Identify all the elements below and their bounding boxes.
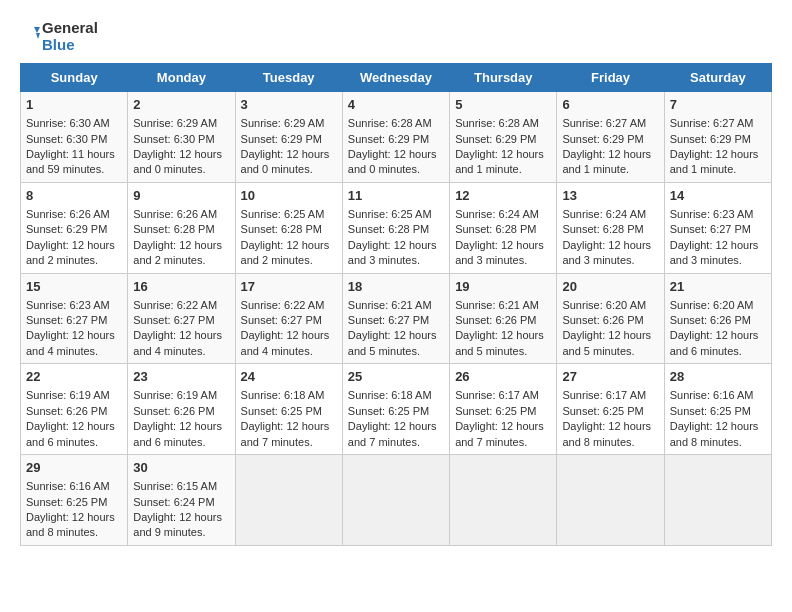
day-cell-27: 27Sunrise: 6:17 AMSunset: 6:25 PMDayligh…: [557, 364, 664, 455]
daylight-text: Daylight: 12 hours and 5 minutes.: [562, 329, 651, 356]
day-cell-6: 6Sunrise: 6:27 AMSunset: 6:29 PMDaylight…: [557, 92, 664, 183]
day-cell-29: 29Sunrise: 6:16 AMSunset: 6:25 PMDayligh…: [21, 455, 128, 546]
day-number: 10: [241, 187, 337, 205]
sunset-text: Sunset: 6:25 PM: [455, 405, 536, 417]
sunset-text: Sunset: 6:28 PM: [133, 223, 214, 235]
sunset-text: Sunset: 6:29 PM: [562, 133, 643, 145]
sunrise-text: Sunrise: 6:25 AM: [348, 208, 432, 220]
calendar-row-4: 29Sunrise: 6:16 AMSunset: 6:25 PMDayligh…: [21, 455, 772, 546]
sunrise-text: Sunrise: 6:22 AM: [133, 299, 217, 311]
day-number: 1: [26, 96, 122, 114]
daylight-text: Daylight: 12 hours and 6 minutes.: [670, 329, 759, 356]
day-cell-4: 4Sunrise: 6:28 AMSunset: 6:29 PMDaylight…: [342, 92, 449, 183]
day-cell-13: 13Sunrise: 6:24 AMSunset: 6:28 PMDayligh…: [557, 182, 664, 273]
day-number: 5: [455, 96, 551, 114]
daylight-text: Daylight: 12 hours and 3 minutes.: [670, 239, 759, 266]
sunrise-text: Sunrise: 6:20 AM: [562, 299, 646, 311]
day-cell-17: 17Sunrise: 6:22 AMSunset: 6:27 PMDayligh…: [235, 273, 342, 364]
empty-cell: [450, 455, 557, 546]
day-number: 19: [455, 278, 551, 296]
sunrise-text: Sunrise: 6:27 AM: [562, 117, 646, 129]
day-cell-9: 9Sunrise: 6:26 AMSunset: 6:28 PMDaylight…: [128, 182, 235, 273]
day-number: 30: [133, 459, 229, 477]
sunset-text: Sunset: 6:26 PM: [562, 314, 643, 326]
daylight-text: Daylight: 12 hours and 5 minutes.: [455, 329, 544, 356]
daylight-text: Daylight: 12 hours and 8 minutes.: [562, 420, 651, 447]
sunset-text: Sunset: 6:29 PM: [670, 133, 751, 145]
day-number: 26: [455, 368, 551, 386]
sunset-text: Sunset: 6:26 PM: [670, 314, 751, 326]
day-number: 9: [133, 187, 229, 205]
col-header-wednesday: Wednesday: [342, 64, 449, 92]
day-cell-23: 23Sunrise: 6:19 AMSunset: 6:26 PMDayligh…: [128, 364, 235, 455]
day-number: 24: [241, 368, 337, 386]
col-header-friday: Friday: [557, 64, 664, 92]
svg-marker-0: [34, 27, 40, 33]
daylight-text: Daylight: 12 hours and 7 minutes.: [455, 420, 544, 447]
sunrise-text: Sunrise: 6:16 AM: [670, 389, 754, 401]
day-cell-21: 21Sunrise: 6:20 AMSunset: 6:26 PMDayligh…: [664, 273, 771, 364]
day-cell-11: 11Sunrise: 6:25 AMSunset: 6:28 PMDayligh…: [342, 182, 449, 273]
calendar-row-3: 22Sunrise: 6:19 AMSunset: 6:26 PMDayligh…: [21, 364, 772, 455]
empty-cell: [235, 455, 342, 546]
sunrise-text: Sunrise: 6:15 AM: [133, 480, 217, 492]
sunrise-text: Sunrise: 6:23 AM: [670, 208, 754, 220]
day-number: 11: [348, 187, 444, 205]
day-cell-25: 25Sunrise: 6:18 AMSunset: 6:25 PMDayligh…: [342, 364, 449, 455]
day-cell-26: 26Sunrise: 6:17 AMSunset: 6:25 PMDayligh…: [450, 364, 557, 455]
calendar-row-0: 1Sunrise: 6:30 AMSunset: 6:30 PMDaylight…: [21, 92, 772, 183]
day-cell-2: 2Sunrise: 6:29 AMSunset: 6:30 PMDaylight…: [128, 92, 235, 183]
daylight-text: Daylight: 12 hours and 1 minute.: [455, 148, 544, 175]
daylight-text: Daylight: 12 hours and 0 minutes.: [348, 148, 437, 175]
daylight-text: Daylight: 12 hours and 7 minutes.: [241, 420, 330, 447]
sunset-text: Sunset: 6:25 PM: [670, 405, 751, 417]
sunrise-text: Sunrise: 6:18 AM: [241, 389, 325, 401]
day-number: 7: [670, 96, 766, 114]
day-cell-19: 19Sunrise: 6:21 AMSunset: 6:26 PMDayligh…: [450, 273, 557, 364]
sunset-text: Sunset: 6:27 PM: [133, 314, 214, 326]
sunrise-text: Sunrise: 6:29 AM: [241, 117, 325, 129]
calendar-table: SundayMondayTuesdayWednesdayThursdayFrid…: [20, 63, 772, 546]
day-number: 22: [26, 368, 122, 386]
day-number: 6: [562, 96, 658, 114]
daylight-text: Daylight: 12 hours and 3 minutes.: [348, 239, 437, 266]
day-number: 21: [670, 278, 766, 296]
svg-marker-1: [36, 33, 40, 39]
daylight-text: Daylight: 12 hours and 6 minutes.: [26, 420, 115, 447]
logo-block: General Blue: [20, 20, 98, 53]
sunrise-text: Sunrise: 6:17 AM: [562, 389, 646, 401]
daylight-text: Daylight: 12 hours and 1 minute.: [562, 148, 651, 175]
sunset-text: Sunset: 6:28 PM: [241, 223, 322, 235]
daylight-text: Daylight: 12 hours and 2 minutes.: [133, 239, 222, 266]
sunset-text: Sunset: 6:27 PM: [348, 314, 429, 326]
sunset-text: Sunset: 6:25 PM: [26, 496, 107, 508]
sunrise-text: Sunrise: 6:19 AM: [133, 389, 217, 401]
sunset-text: Sunset: 6:25 PM: [241, 405, 322, 417]
sunrise-text: Sunrise: 6:16 AM: [26, 480, 110, 492]
day-cell-7: 7Sunrise: 6:27 AMSunset: 6:29 PMDaylight…: [664, 92, 771, 183]
empty-cell: [664, 455, 771, 546]
daylight-text: Daylight: 12 hours and 9 minutes.: [133, 511, 222, 538]
day-cell-16: 16Sunrise: 6:22 AMSunset: 6:27 PMDayligh…: [128, 273, 235, 364]
daylight-text: Daylight: 12 hours and 8 minutes.: [670, 420, 759, 447]
sunset-text: Sunset: 6:26 PM: [455, 314, 536, 326]
day-number: 8: [26, 187, 122, 205]
calendar-row-1: 8Sunrise: 6:26 AMSunset: 6:29 PMDaylight…: [21, 182, 772, 273]
sunrise-text: Sunrise: 6:23 AM: [26, 299, 110, 311]
day-number: 14: [670, 187, 766, 205]
day-number: 20: [562, 278, 658, 296]
daylight-text: Daylight: 12 hours and 0 minutes.: [133, 148, 222, 175]
sunrise-text: Sunrise: 6:20 AM: [670, 299, 754, 311]
page-header: General Blue: [20, 20, 772, 53]
sunset-text: Sunset: 6:29 PM: [348, 133, 429, 145]
sunrise-text: Sunrise: 6:27 AM: [670, 117, 754, 129]
daylight-text: Daylight: 12 hours and 8 minutes.: [26, 511, 115, 538]
daylight-text: Daylight: 12 hours and 4 minutes.: [241, 329, 330, 356]
day-cell-12: 12Sunrise: 6:24 AMSunset: 6:28 PMDayligh…: [450, 182, 557, 273]
day-number: 28: [670, 368, 766, 386]
empty-cell: [557, 455, 664, 546]
sunrise-text: Sunrise: 6:30 AM: [26, 117, 110, 129]
sunset-text: Sunset: 6:25 PM: [562, 405, 643, 417]
daylight-text: Daylight: 12 hours and 1 minute.: [670, 148, 759, 175]
sunrise-text: Sunrise: 6:26 AM: [133, 208, 217, 220]
